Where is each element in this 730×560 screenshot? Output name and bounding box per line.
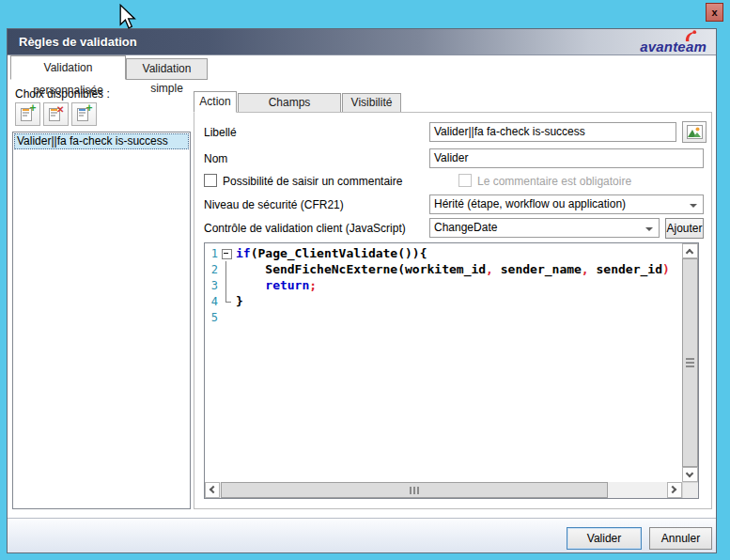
client-validation-select[interactable]: ChangeDate	[429, 218, 660, 238]
desktop-frame: x Règles de validation avanteam Validati…	[0, 0, 730, 560]
comment-checkbox[interactable]	[204, 174, 217, 187]
delete-rule-button[interactable]: ✕	[43, 102, 69, 126]
validation-rules-dialog: Règles de validation avanteam Validation…	[7, 28, 717, 553]
fold-guide-icon	[221, 293, 233, 309]
line-number: 2	[205, 263, 221, 276]
scroll-right-button[interactable]	[667, 482, 682, 498]
nom-label: Nom	[204, 152, 227, 165]
pick-image-button[interactable]	[682, 121, 707, 143]
tab-visibilite[interactable]: Visibilité	[342, 93, 401, 113]
vertical-scroll-thumb[interactable]	[682, 258, 698, 467]
tab-action[interactable]: Action	[194, 91, 237, 113]
duplicate-rule-button[interactable]: +	[71, 102, 97, 126]
fold-guide-icon	[221, 261, 233, 277]
grip-icon	[410, 487, 419, 494]
close-button[interactable]: x	[706, 3, 723, 22]
code-text: }	[233, 294, 243, 308]
libelle-label: Libellé	[204, 126, 237, 139]
image-icon	[687, 125, 703, 139]
code-line: 3 return;	[205, 277, 682, 293]
dialog-titlebar: Règles de validation avanteam	[8, 29, 716, 55]
validate-button[interactable]: Valider	[567, 527, 642, 550]
cancel-button[interactable]: Annuler	[649, 527, 712, 550]
add-rule-button[interactable]: +	[15, 102, 40, 126]
code-lines: 1 if(Page_ClientValidate()){ 2 SendFiche…	[205, 245, 682, 325]
scroll-left-button[interactable]	[205, 482, 220, 498]
tab-validation-simple[interactable]: Validation simple	[126, 58, 208, 80]
code-line: 5	[205, 309, 682, 325]
document-copy-add-icon: +	[77, 106, 92, 122]
client-validation-value: ChangeDate	[434, 221, 497, 234]
nom-input[interactable]: Valider	[429, 148, 704, 168]
chevron-left-icon	[210, 486, 217, 493]
chevron-down-icon	[645, 227, 653, 231]
security-level-value: Hérité (étape, workflow ou application)	[434, 197, 626, 210]
code-line: 1 if(Page_ClientValidate()){	[205, 245, 682, 261]
fold-marker-icon[interactable]	[221, 245, 233, 261]
chevron-right-icon	[669, 486, 676, 493]
tab-validation-personnalisee[interactable]: Validation personnalisée	[10, 55, 126, 80]
line-number: 4	[205, 295, 221, 308]
action-tab-page: Libellé Valider||fa fa-check is-success …	[194, 112, 712, 509]
code-line: 2 SendFicheNcExterne(workitem_id, sender…	[205, 261, 682, 277]
dialog-title: Règles de validation	[19, 35, 137, 49]
editor-horizontal-scrollbar[interactable]	[205, 482, 682, 498]
list-item[interactable]: Valider||fa fa-check is-success	[14, 133, 189, 149]
rules-listbox[interactable]: Valider||fa fa-check is-success	[12, 132, 191, 509]
libelle-input[interactable]: Valider||fa fa-check is-success	[429, 122, 676, 142]
code-line: 4 }	[205, 293, 682, 309]
scroll-down-button[interactable]	[682, 467, 698, 482]
editor-vertical-scrollbar[interactable]	[682, 243, 698, 482]
scroll-up-button[interactable]	[682, 243, 698, 258]
tab-champs-obligatoires[interactable]: Champs obligatoires	[238, 93, 341, 113]
client-validation-label: Contrôle de validation client (JavaScrip…	[204, 222, 406, 235]
horizontal-scroll-thumb[interactable]	[221, 482, 608, 498]
security-level-label: Niveau de sécurité (CFR21)	[204, 198, 344, 211]
document-add-icon: +	[21, 106, 36, 122]
comment-required-checkbox	[458, 174, 472, 187]
chevron-down-icon	[686, 470, 693, 477]
fold-guide-icon	[221, 309, 233, 325]
line-number: 5	[205, 311, 221, 324]
grip-icon	[686, 358, 694, 367]
line-number: 1	[205, 247, 221, 260]
line-number: 3	[205, 279, 221, 292]
mouse-cursor-icon	[118, 4, 137, 32]
security-level-select[interactable]: Hérité (étape, workflow ou application)	[429, 194, 704, 214]
chevron-down-icon	[690, 204, 697, 208]
code-text: if(Page_ClientValidate()){	[233, 246, 427, 260]
comment-checkbox-label: Possibilité de saisir un commentaire	[223, 175, 402, 188]
brand-name: avanteam	[640, 39, 707, 54]
document-delete-icon: ✕	[49, 106, 64, 122]
code-text: return;	[233, 278, 317, 292]
code-editor[interactable]: 1 if(Page_ClientValidate()){ 2 SendFiche…	[204, 242, 699, 499]
fold-guide-icon	[221, 277, 233, 293]
comment-required-checkbox-label: Le commentaire est obligatoire	[477, 175, 631, 188]
scrollbar-corner	[682, 482, 698, 498]
chevron-up-icon	[686, 249, 693, 257]
add-button[interactable]: Ajouter	[665, 218, 704, 239]
footer: Valider Annuler	[8, 519, 716, 552]
code-text: SendFicheNcExterne(workitem_id, sender_n…	[233, 262, 670, 276]
